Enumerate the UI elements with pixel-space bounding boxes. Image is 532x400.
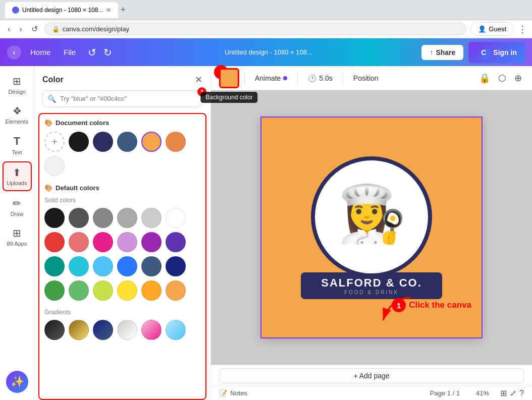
solid-navyblue[interactable] bbox=[166, 256, 186, 276]
sidebar-item-elements[interactable]: ❖ Elements bbox=[3, 101, 32, 129]
lock-button[interactable]: 🔒 bbox=[477, 71, 492, 86]
solid-amber[interactable] bbox=[141, 280, 162, 301]
doc-swatch-darkorange[interactable] bbox=[166, 132, 186, 152]
canva-back-button[interactable]: ‹ bbox=[7, 45, 21, 60]
gradient-pink[interactable] bbox=[141, 320, 162, 340]
solid-gray[interactable] bbox=[93, 208, 113, 228]
bg-color-container: 2 Background color bbox=[219, 68, 239, 88]
solid-pink[interactable] bbox=[93, 232, 113, 252]
share-button[interactable]: ↑ Share bbox=[421, 45, 463, 60]
add-color-swatch[interactable]: + bbox=[44, 132, 65, 152]
canvas-workspace[interactable]: 👩‍🍳 SALFORD & CO. FOOD & DRINK 1 Click t… bbox=[211, 90, 532, 365]
solid-lightgray[interactable] bbox=[141, 208, 162, 228]
sidebar-item-design[interactable]: ⊞ Design bbox=[3, 71, 32, 99]
browser-tabs: Untitled design - 1080 × 108... ✕ + bbox=[5, 2, 126, 18]
browser-menu-button[interactable]: ⋮ bbox=[518, 24, 527, 35]
home-link[interactable]: Home bbox=[26, 46, 55, 59]
doc-swatch-white[interactable] bbox=[44, 156, 65, 176]
magic-button[interactable]: ✨ bbox=[6, 371, 28, 393]
bottom-bar: + Add page bbox=[211, 365, 532, 386]
copy-button[interactable]: ⬡ bbox=[496, 71, 508, 86]
browser-bar: Untitled design - 1080 × 108... ✕ + bbox=[0, 0, 532, 20]
fullscreen-button[interactable]: ⤢ bbox=[510, 388, 516, 398]
share-label: Share bbox=[436, 48, 455, 56]
logo-title: SALFORD & CO. bbox=[311, 276, 432, 290]
solid-black[interactable] bbox=[44, 208, 65, 228]
gradient-navyblue[interactable] bbox=[93, 320, 113, 340]
gradient-lightgray[interactable] bbox=[117, 320, 137, 340]
solid-lightred[interactable] bbox=[69, 232, 89, 252]
solid-red[interactable] bbox=[44, 232, 65, 252]
color-search-input[interactable] bbox=[42, 90, 202, 107]
redo-button[interactable]: ↻ bbox=[100, 45, 115, 60]
signin-button[interactable]: C Sign in bbox=[468, 42, 525, 63]
solid-blue[interactable] bbox=[117, 256, 137, 276]
solid-orange[interactable] bbox=[166, 280, 186, 301]
doc-swatch-black[interactable] bbox=[69, 132, 89, 152]
apps-icon: ⊞ bbox=[13, 227, 21, 239]
notes-bar: 📝 Notes Page 1 / 1 41% ⊞ ⤢ ? bbox=[211, 386, 532, 400]
canvas-content: 👩‍🍳 SALFORD & CO. FOOD & DRINK bbox=[301, 156, 442, 299]
gradient-darkgray[interactable] bbox=[44, 320, 65, 340]
solid-white[interactable] bbox=[166, 208, 186, 228]
sidebar-label-draw: Draw bbox=[11, 211, 24, 217]
solid-color-grid bbox=[44, 208, 200, 301]
sidebar-icons: ⊞ Design ❖ Elements T Text ⬆ Uploads ✏ D… bbox=[0, 66, 34, 400]
browser-nav: ‹ › ↺ 🔒 canva.com/design/play 👤 Guest ⋮ bbox=[0, 20, 532, 38]
grid-view-button[interactable]: ⊞ bbox=[500, 388, 507, 398]
back-nav-button[interactable]: ‹ bbox=[5, 24, 13, 35]
solid-skyblue[interactable] bbox=[93, 256, 113, 276]
solid-teal[interactable] bbox=[44, 256, 65, 276]
notes-label[interactable]: Notes bbox=[230, 389, 247, 397]
doc-swatch-darkblue[interactable] bbox=[93, 132, 113, 152]
sidebar-item-uploads[interactable]: ⬆ Uploads bbox=[3, 161, 32, 191]
solid-yellowgreen[interactable] bbox=[93, 280, 113, 301]
canvas-board[interactable]: 👩‍🍳 SALFORD & CO. FOOD & DRINK 1 Click t… bbox=[260, 117, 483, 338]
solid-slateblue[interactable] bbox=[141, 256, 162, 276]
sidebar-item-apps[interactable]: ⊞ 89 Apps bbox=[3, 223, 32, 251]
help-button[interactable]: ? bbox=[519, 389, 524, 398]
address-bar[interactable]: 🔒 canva.com/design/play bbox=[44, 23, 467, 35]
animate-button[interactable]: Animate bbox=[250, 71, 292, 85]
sidebar-item-text[interactable]: T Text bbox=[3, 131, 32, 159]
solid-lavender[interactable] bbox=[117, 232, 137, 252]
more-button[interactable]: ⊕ bbox=[512, 71, 524, 86]
solid-yellow[interactable] bbox=[117, 280, 137, 301]
tab-close-button[interactable]: ✕ bbox=[106, 7, 111, 14]
gradient-lightblue[interactable] bbox=[166, 320, 186, 340]
file-link[interactable]: File bbox=[60, 46, 80, 59]
page-info: Page 1 / 1 bbox=[430, 389, 460, 397]
solid-darkpurple[interactable] bbox=[166, 232, 186, 252]
doc-swatch-orange[interactable] bbox=[141, 132, 162, 152]
sidebar-item-draw[interactable]: ✏ Draw bbox=[3, 193, 32, 221]
gradients-label: Gradients bbox=[44, 309, 200, 316]
color-search-container: 🔍 3 bbox=[42, 90, 202, 107]
gradient-gold[interactable] bbox=[69, 320, 89, 340]
new-tab-button[interactable]: + bbox=[120, 5, 126, 15]
guest-button[interactable]: 👤 Guest bbox=[470, 22, 514, 36]
color-panel-title: Color bbox=[42, 75, 64, 84]
toolbar-divider-2 bbox=[297, 71, 298, 85]
undo-button[interactable]: ↺ bbox=[85, 45, 99, 60]
solid-medgray[interactable] bbox=[117, 208, 137, 228]
active-tab[interactable]: Untitled design - 1080 × 108... ✕ bbox=[5, 2, 118, 18]
toolbar-right-group: 🔒 ⬡ ⊕ bbox=[477, 71, 524, 86]
draw-icon: ✏ bbox=[13, 197, 21, 209]
animate-label: Animate bbox=[255, 74, 281, 82]
doc-swatch-slateblue[interactable] bbox=[117, 132, 137, 152]
time-button[interactable]: 🕐 5.0s bbox=[303, 71, 337, 85]
background-color-button[interactable]: Background color bbox=[219, 68, 239, 88]
solid-purple[interactable] bbox=[141, 232, 162, 252]
refresh-nav-button[interactable]: ↺ bbox=[29, 23, 40, 35]
text-icon: T bbox=[14, 135, 20, 148]
color-panel-close-button[interactable]: ✕ bbox=[195, 74, 202, 85]
solid-darkgray[interactable] bbox=[69, 208, 89, 228]
solid-green[interactable] bbox=[69, 280, 89, 301]
tab-favicon bbox=[12, 7, 19, 14]
uploads-icon: ⬆ bbox=[13, 166, 21, 179]
solid-darkgreen[interactable] bbox=[44, 280, 65, 301]
add-page-button[interactable]: + Add page bbox=[219, 368, 524, 383]
forward-nav-button[interactable]: › bbox=[17, 24, 24, 35]
solid-cyan[interactable] bbox=[69, 256, 89, 276]
position-button[interactable]: Position bbox=[348, 71, 384, 85]
